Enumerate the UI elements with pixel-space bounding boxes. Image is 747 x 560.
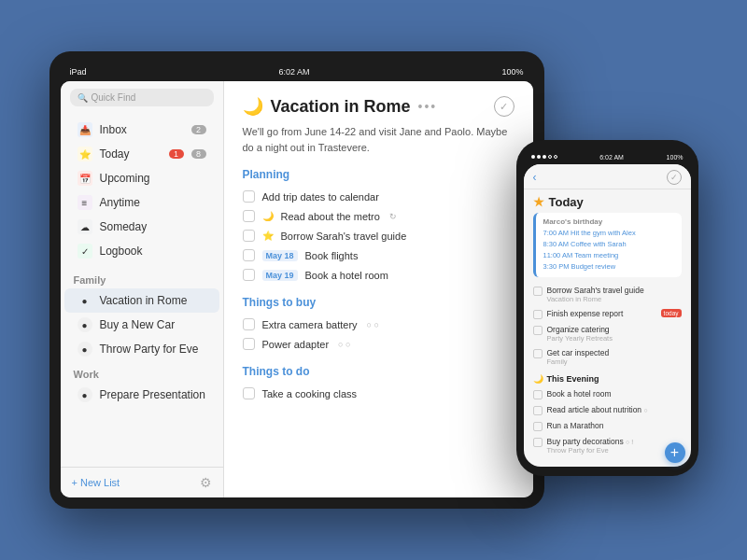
- todo-checkbox-do-0[interactable]: [243, 387, 255, 399]
- sidebar-item-upcoming[interactable]: 📅 Upcoming: [64, 166, 219, 190]
- sidebar-presentation-label: Prepare Presentation: [100, 388, 206, 401]
- signal-dot-5: [554, 155, 557, 159]
- sidebar-item-anytime[interactable]: ≡ Anytime: [64, 190, 219, 215]
- iphone-evening-checkbox-1[interactable]: [533, 406, 543, 415]
- iphone-header: ‹ ✓: [524, 164, 691, 189]
- todo-moon-icon: 🌙: [262, 211, 274, 221]
- todo-checkbox-4[interactable]: [243, 269, 255, 281]
- sidebar-upcoming-label: Upcoming: [100, 172, 206, 185]
- todo-item-2[interactable]: ⭐ Borrow Sarah's travel guide: [243, 226, 514, 245]
- iphone-back-button[interactable]: ‹: [533, 171, 537, 184]
- iphone-todo-checkbox-2[interactable]: [533, 326, 543, 335]
- main-content: 🌙 Vacation in Rome ••• ✓ We'll go from J…: [224, 81, 533, 497]
- inbox-badge: 2: [191, 125, 206, 134]
- evening-moon-icon: 🌙: [533, 374, 543, 384]
- ipad-status-time: 6:02 AM: [278, 67, 309, 77]
- iphone-evening-text-0: Book a hotel room: [547, 389, 612, 399]
- evening-circle-1: ○: [643, 407, 647, 413]
- iphone-todo-3[interactable]: Get car inspected Family: [533, 345, 682, 369]
- sidebar-footer: + New List ⚙: [61, 467, 223, 497]
- iphone-today-badge: today: [661, 309, 682, 317]
- sidebar-item-car[interactable]: ● Buy a New Car: [64, 313, 219, 337]
- todo-circles-0: ○ ○: [367, 320, 379, 329]
- todo-item-buy-0[interactable]: Extra camera battery ○ ○: [243, 315, 514, 334]
- todo-checkbox-3[interactable]: [243, 249, 255, 261]
- iphone-todo-checkbox-0[interactable]: [533, 287, 543, 296]
- ipad-inner: 🔍 Quick Find 📥 Inbox 2 ⭐ Today 1 8: [61, 81, 533, 497]
- iphone-todo-2[interactable]: Organize catering Party Yearly Retreats: [533, 322, 682, 345]
- iphone-fab-button[interactable]: +: [665, 442, 685, 463]
- iphone-evening-0[interactable]: Book a hotel room: [533, 386, 682, 402]
- iphone-todo-text-0: Borrow Sarah's travel guide Vacation in …: [547, 286, 644, 303]
- anytime-icon: ≡: [78, 195, 92, 210]
- evening-circle-3: ○ !: [626, 439, 633, 445]
- todo-star-icon: ⭐: [262, 231, 274, 241]
- todo-item-0[interactable]: Add trip dates to calendar: [243, 187, 514, 206]
- sidebar-search-placeholder: Quick Find: [92, 92, 136, 103]
- iphone-cal-item-2: 11:00 AM Team meeting: [543, 250, 674, 261]
- signal-dot-3: [543, 155, 546, 159]
- presentation-icon: ●: [78, 387, 92, 402]
- ipad-status-left: iPad: [70, 67, 87, 77]
- todo-checkbox-buy-0[interactable]: [243, 318, 255, 330]
- ipad-status-battery: 100%: [501, 67, 523, 77]
- todo-date-badge-4: May 19: [262, 270, 298, 281]
- todo-checkbox-0[interactable]: [243, 190, 255, 203]
- iphone-battery: 100%: [667, 154, 684, 161]
- iphone-todo-text-2: Organize catering Party Yearly Retreats: [547, 325, 613, 343]
- sidebar-nav: 📥 Inbox 2 ⭐ Today 1 8 📅 Upcoming: [61, 114, 223, 267]
- sidebar-item-inbox[interactable]: 📥 Inbox 2: [64, 118, 219, 142]
- iphone-todo-checkbox-3[interactable]: [533, 349, 543, 358]
- iphone-cal-item-1: 8:30 AM Coffee with Sarah: [543, 239, 674, 250]
- todo-date-badge-3: May 18: [262, 250, 298, 261]
- iphone-evening-2[interactable]: Run a Marathon: [533, 418, 682, 434]
- inbox-icon: 📥: [78, 122, 92, 137]
- todo-checkbox-1[interactable]: [243, 210, 255, 222]
- iphone-todo-1[interactable]: Finish expense report today: [533, 306, 682, 322]
- add-list-button[interactable]: + New List: [72, 477, 120, 488]
- iphone-evening-checkbox-0[interactable]: [533, 390, 543, 399]
- iphone-cal-header: Marco's birthday: [543, 217, 674, 226]
- iphone-check-button[interactable]: ✓: [667, 170, 682, 185]
- vacation-icon: ●: [78, 293, 92, 308]
- iphone-cal-item-0: 7:00 AM Hit the gym with Alex: [543, 228, 674, 239]
- iphone-content: ★ Today Marco's birthday 7:00 AM Hit the…: [524, 189, 691, 467]
- buy-section-title: Things to buy: [243, 296, 514, 309]
- iphone-signal-dots: [531, 155, 557, 159]
- todo-item-buy-1[interactable]: Power adapter ○ ○: [243, 334, 514, 354]
- planning-section-title: Planning: [243, 168, 514, 181]
- iphone-today-title: ★ Today: [533, 195, 682, 209]
- task-check-button[interactable]: ✓: [494, 96, 514, 117]
- iphone-evening-text-3-wrap: Buy party decorations ○ ! Throw Party fo…: [547, 437, 634, 455]
- sidebar-item-someday[interactable]: ☁ Someday: [64, 215, 219, 239]
- todo-text-buy-0: Extra camera battery: [262, 319, 358, 330]
- iphone-evening-checkbox-2[interactable]: [533, 422, 543, 431]
- todo-text-2: Borrow Sarah's travel guide: [281, 231, 407, 242]
- todo-item-1[interactable]: 🌙 Read about the metro ↻: [243, 206, 514, 226]
- sidebar-item-logbook[interactable]: ✓ Logbook: [64, 239, 219, 263]
- iphone-todo-0[interactable]: Borrow Sarah's travel guide Vacation in …: [533, 283, 682, 306]
- sidebar-item-vacation[interactable]: ● Vacation in Rome: [64, 288, 219, 313]
- iphone-evening-1[interactable]: Read article about nutrition ○: [533, 402, 682, 418]
- todo-checkbox-2[interactable]: [243, 230, 255, 242]
- sidebar-search[interactable]: 🔍 Quick Find: [70, 89, 214, 106]
- work-section-header: Work: [61, 361, 223, 383]
- iphone-calendar-block: Marco's birthday 7:00 AM Hit the gym wit…: [533, 213, 682, 277]
- signal-dot-4: [548, 155, 552, 159]
- iphone-evening-3[interactable]: Buy party decorations ○ ! Throw Party fo…: [533, 434, 682, 457]
- sidebar-item-presentation[interactable]: ● Prepare Presentation: [64, 383, 219, 407]
- sidebar-item-party[interactable]: ● Throw Party for Eve: [64, 337, 219, 361]
- iphone-evening-checkbox-3[interactable]: [533, 438, 543, 447]
- todo-text-buy-1: Power adapter: [262, 339, 330, 350]
- todo-item-do-0[interactable]: Take a cooking class: [243, 384, 514, 403]
- iphone-today-label: Today: [549, 195, 584, 209]
- todo-item-3[interactable]: May 18 Book flights: [243, 245, 514, 265]
- todo-item-4[interactable]: May 19 Book a hotel room: [243, 265, 514, 285]
- settings-icon[interactable]: ⚙: [200, 475, 212, 490]
- upcoming-icon: 📅: [78, 171, 92, 186]
- iphone-todo-text-1: Finish expense report: [547, 309, 656, 318]
- task-menu-button[interactable]: •••: [418, 99, 438, 114]
- iphone-todo-checkbox-1[interactable]: [533, 310, 543, 319]
- todo-checkbox-buy-1[interactable]: [243, 338, 255, 350]
- sidebar-item-today[interactable]: ⭐ Today 1 8: [64, 142, 219, 166]
